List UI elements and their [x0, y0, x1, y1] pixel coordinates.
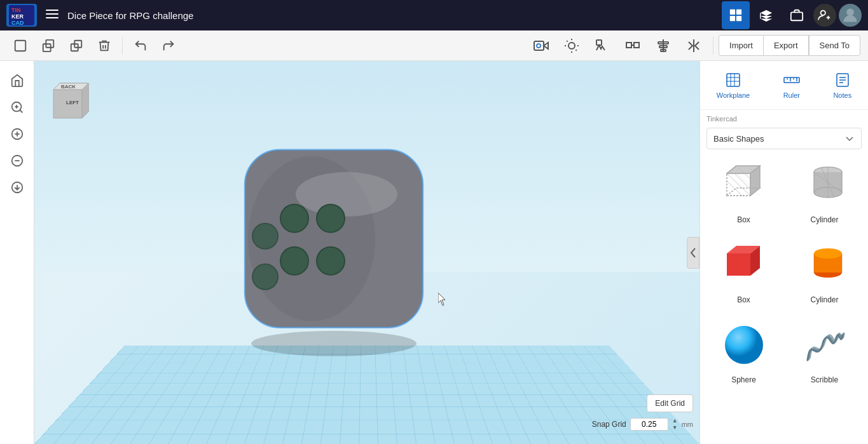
cube-navigator[interactable]: BACK LEFT — [47, 74, 104, 131]
shape-item-scribble[interactable]: Scribble — [787, 316, 862, 389]
svg-point-23 — [568, 43, 575, 49]
right-panel-tools: Workplane Ruler Notes — [700, 61, 868, 110]
add-user-btn[interactable] — [813, 4, 836, 27]
topbar: TIN KER CAD Dice Piece for RPG challenge — [0, 0, 868, 30]
svg-point-109 — [725, 326, 763, 364]
svg-rect-6 — [46, 17, 59, 18]
svg-rect-4 — [46, 10, 59, 11]
svg-line-27 — [575, 50, 576, 50]
svg-rect-8 — [736, 10, 741, 15]
notes-btn[interactable]: Notes — [827, 67, 858, 103]
export-btn[interactable]: Export — [764, 35, 809, 56]
toolbar: Import Export Send To — [0, 30, 868, 61]
workplane-label: Workplane — [717, 91, 750, 99]
home-view-btn[interactable] — [5, 69, 29, 93]
shape-label-cyl-solid: Cylinder — [810, 295, 838, 304]
camera-view-btn[interactable] — [527, 33, 555, 58]
category-header: Tinkercad — [706, 110, 862, 128]
copy-to-btn[interactable] — [36, 33, 61, 58]
category-name: Basic Shapes — [713, 134, 764, 144]
svg-marker-53 — [82, 83, 88, 118]
zoom-out-btn[interactable] — [5, 149, 29, 173]
snap-grid: Snap Grid ▲ ▼ mm — [592, 417, 693, 431]
svg-text:KER: KER — [11, 13, 24, 20]
svg-marker-101 — [727, 253, 750, 276]
svg-point-62 — [280, 246, 308, 274]
svg-rect-11 — [791, 12, 803, 20]
category-selector[interactable]: Basic Shapes — [706, 128, 862, 149]
svg-rect-7 — [730, 10, 735, 15]
import-btn[interactable]: Import — [719, 35, 764, 56]
svg-point-65 — [252, 264, 278, 289]
svg-point-56 — [251, 330, 417, 356]
undo-btn[interactable] — [128, 33, 153, 58]
svg-line-26 — [567, 41, 567, 41]
snap-down-btn[interactable]: ▼ — [672, 424, 678, 431]
svg-rect-9 — [730, 16, 735, 21]
svg-point-15 — [846, 9, 854, 17]
svg-rect-31 — [626, 43, 631, 48]
shape-item-cyl-solid[interactable]: Cylinder — [787, 236, 862, 309]
tinkercad-logo[interactable]: TIN KER CAD — [6, 4, 37, 27]
delete-btn[interactable] — [92, 33, 117, 58]
dice-model — [200, 111, 467, 368]
svg-rect-21 — [534, 41, 544, 50]
shape-label-sphere: Sphere — [731, 375, 756, 384]
download-btn[interactable] — [5, 175, 29, 199]
shape-item-box-solid[interactable]: Box — [706, 236, 781, 309]
svg-rect-32 — [634, 43, 639, 48]
redo-btn[interactable] — [156, 33, 181, 58]
svg-point-106 — [814, 248, 842, 259]
shape-mode-btn[interactable] — [588, 33, 616, 58]
right-panel: Workplane Ruler Notes — [699, 61, 868, 444]
svg-line-40 — [20, 110, 22, 112]
left-tools — [0, 61, 34, 444]
shape-label-box-solid: Box — [737, 295, 750, 304]
svg-point-22 — [537, 44, 541, 48]
zoom-in-btn[interactable] — [5, 122, 29, 146]
user-avatar[interactable] — [839, 4, 862, 27]
mirror-btn[interactable] — [680, 33, 708, 58]
learn-btn[interactable] — [752, 1, 780, 29]
category-group: Tinkercad — [706, 115, 737, 123]
ruler-btn[interactable]: Ruler — [776, 67, 807, 103]
svg-line-88 — [734, 173, 750, 189]
project-title: Dice Piece for RPG challenge — [67, 10, 715, 21]
svg-rect-5 — [46, 13, 59, 15]
snap-unit: mm — [682, 420, 693, 428]
shape-label-box-wire: Box — [737, 215, 750, 224]
shape-item-sphere[interactable]: Sphere — [706, 316, 781, 389]
chevron-down-icon — [844, 133, 855, 144]
menu-icon[interactable] — [43, 5, 61, 26]
panel-collapse-btn[interactable] — [687, 237, 699, 269]
shape-item-cyl-wire[interactable]: Cylinder — [787, 156, 862, 229]
edit-grid-btn[interactable]: Edit Grid — [647, 394, 693, 412]
workplane-btn[interactable]: Workplane — [710, 67, 756, 103]
group-btn[interactable] — [619, 33, 647, 58]
canvas-area[interactable]: BACK LEFT — [34, 61, 699, 444]
svg-text:TIN: TIN — [11, 7, 21, 13]
svg-rect-68 — [727, 74, 740, 86]
duplicate-btn[interactable] — [64, 33, 89, 58]
fit-view-btn[interactable] — [5, 95, 29, 119]
projects-btn[interactable] — [783, 1, 811, 29]
svg-point-60 — [280, 204, 308, 232]
svg-point-61 — [317, 204, 345, 232]
svg-text:LEFT: LEFT — [66, 100, 79, 105]
svg-rect-10 — [736, 16, 741, 21]
snap-up-btn[interactable]: ▲ — [672, 417, 678, 424]
shape-item-box-wire[interactable]: Box — [706, 156, 781, 229]
svg-point-64 — [252, 223, 278, 248]
svg-point-12 — [821, 11, 825, 15]
gallery-btn[interactable] — [722, 1, 750, 29]
send-to-btn[interactable]: Send To — [809, 35, 860, 56]
ruler-label: Ruler — [783, 91, 800, 99]
svg-point-63 — [317, 246, 345, 274]
snap-value-input[interactable] — [630, 418, 668, 431]
light-btn[interactable] — [558, 33, 586, 58]
align-btn[interactable] — [649, 33, 677, 58]
shapes-grid: Box Cylind — [706, 156, 862, 389]
notes-label: Notes — [833, 91, 851, 99]
main-content: BACK LEFT — [0, 61, 868, 444]
new-design-btn[interactable] — [8, 33, 33, 58]
